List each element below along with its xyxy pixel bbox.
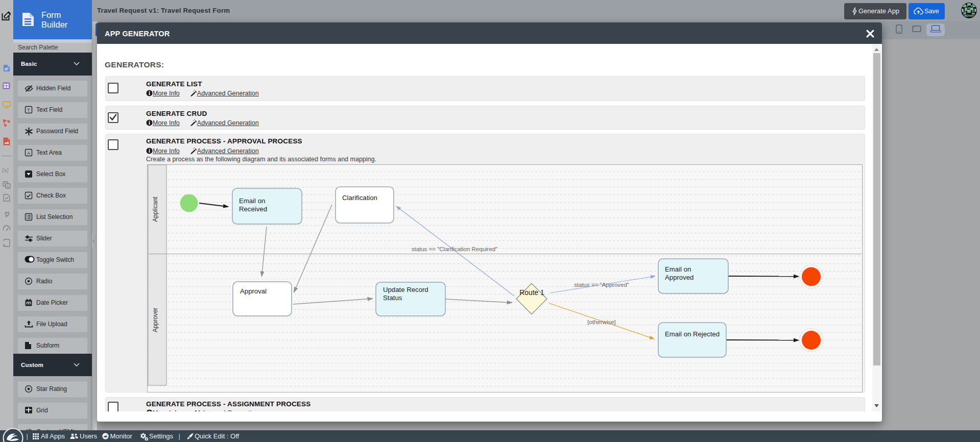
svg-text:Approved: Approved [665,274,694,281]
svg-text:status == "Clarification Requi: status == "Clarification Required" [412,246,498,252]
svg-text:Route 1: Route 1 [519,289,544,297]
svg-text:A: A [27,151,30,156]
svg-text:admin: admin [964,14,974,17]
svg-text:Received: Received [239,205,267,213]
svg-text:[otherwise]: [otherwise] [587,319,616,325]
svg-text:Approver: Approver [152,308,159,333]
svg-text:Approval: Approval [240,287,267,295]
svg-text:Applicant: Applicant [152,197,159,222]
svg-text:T: T [27,108,30,113]
svg-text:Status: Status [383,294,402,302]
svg-text:A: A [7,185,9,188]
svg-text:Email on: Email on [665,265,691,273]
svg-text:Update Record: Update Record [383,286,428,293]
svg-text:Clarification: Clarification [342,194,377,202]
svg-text:status == "Approved": status == "Approved" [574,282,629,288]
svg-text:Email on: Email on [239,197,265,205]
svg-text:Email on Rejected: Email on Rejected [665,330,720,338]
